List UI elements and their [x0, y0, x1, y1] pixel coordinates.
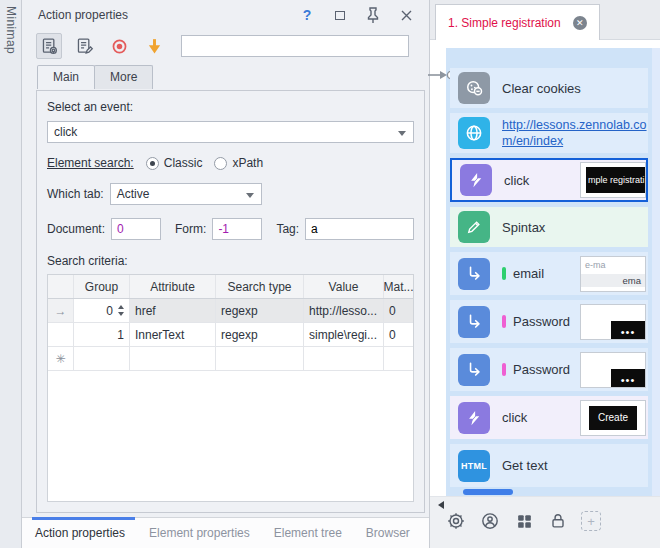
capture-icon[interactable]: + [581, 511, 601, 531]
document-label: Document: [47, 222, 105, 236]
radio-xpath-label[interactable]: xPath [232, 156, 263, 170]
which-tab-value: Active [117, 187, 150, 201]
header-group[interactable]: Group [74, 275, 130, 298]
action-block-get-text[interactable]: HTML Get text [450, 444, 648, 487]
which-tab-row: Which tab: Active [47, 183, 414, 205]
cell-search-type[interactable]: regexp [216, 299, 304, 322]
cell-attribute[interactable] [130, 347, 216, 370]
project-tab[interactable]: 1. Simple registration ✕ [435, 4, 600, 41]
bottom-tab-element-tree[interactable]: Element tree [274, 526, 342, 540]
vertical-scrollbar[interactable] [652, 48, 660, 496]
bottom-tab-bar: Action properties Element properties Ele… [22, 517, 429, 548]
cell-match[interactable]: 0 [384, 299, 413, 322]
tag-input[interactable] [305, 218, 414, 240]
cell-group[interactable]: 1 [74, 323, 130, 346]
table-row[interactable]: 1 InnerText regexp simple\regi... 0 [48, 323, 413, 347]
cell-match[interactable]: 0 [384, 323, 413, 346]
horizontal-scrollbar-thumb[interactable] [463, 489, 513, 495]
cell-value[interactable]: simple\regi... [304, 323, 384, 346]
document-form-tag-row: Document: Form: Tag: [47, 218, 414, 240]
action-block-clear-cookies[interactable]: Clear cookies [450, 68, 648, 108]
radio-xpath[interactable] [214, 157, 227, 170]
header-value[interactable]: Value [304, 275, 384, 298]
cell-attribute[interactable]: href [130, 299, 216, 322]
cell-group[interactable]: 0 [74, 299, 130, 322]
close-icon[interactable] [395, 5, 417, 25]
property-tabs: Main More [37, 65, 429, 89]
cell-value[interactable] [304, 347, 384, 370]
chevron-down-icon [398, 131, 406, 136]
form-input[interactable] [212, 218, 262, 240]
minimap-label: Minimap [4, 6, 18, 54]
html-icon: HTML [458, 450, 490, 482]
edit-template-tool-button[interactable] [71, 33, 97, 59]
action-block-goto-url[interactable]: http://lessons.zennolab.com/en/index [450, 113, 648, 153]
block-label: Password [513, 362, 570, 377]
cell-search-type[interactable]: regexp [216, 323, 304, 346]
cell-attribute[interactable]: InnerText [130, 323, 216, 346]
block-thumbnail: mple registrati [580, 162, 646, 198]
toolbar-search-input[interactable] [181, 35, 409, 57]
header-search-type[interactable]: Search type [216, 275, 304, 298]
block-label: Password [513, 314, 570, 329]
tab-more[interactable]: More [94, 65, 153, 89]
apps-icon[interactable] [513, 510, 535, 532]
form-label: Form: [175, 222, 206, 236]
action-block-spintax[interactable]: Spintax [450, 207, 648, 247]
minimap-panel: Minimap [0, 0, 22, 548]
search-criteria-table: Group Attribute Search type Value Mat...… [47, 274, 414, 502]
lightning-icon [460, 164, 492, 196]
group-spinner[interactable] [118, 305, 124, 316]
document-input[interactable] [111, 218, 161, 240]
bottom-tab-action-properties[interactable]: Action properties [35, 526, 125, 540]
flowchart-area: Clear cookies http://lessons.zennolab.co… [430, 40, 660, 496]
table-new-row[interactable]: ✳ [48, 347, 413, 371]
action-block-click-create[interactable]: click Create [450, 396, 648, 439]
maximize-icon[interactable] [329, 5, 351, 25]
event-select[interactable]: click [47, 121, 414, 143]
action-block-set-password[interactable]: Password ••• [450, 300, 648, 343]
cell-match[interactable] [384, 347, 413, 370]
radio-classic-label[interactable]: Classic [164, 156, 203, 170]
project-tab-close-icon[interactable]: ✕ [573, 16, 587, 30]
cell-value[interactable]: http://lesso... [304, 299, 384, 322]
cell-group[interactable] [74, 347, 130, 370]
set-value-icon [458, 258, 490, 290]
block-thumbnail: Create [580, 400, 646, 436]
block-url-link[interactable]: http://lessons.zennolab.com/en/index [502, 117, 648, 150]
action-block-click-selected[interactable]: click mple registrati [450, 158, 648, 202]
action-block-set-password[interactable]: Password ••• [450, 348, 648, 391]
profile-icon[interactable] [479, 510, 501, 532]
action-properties-tool-button[interactable] [36, 33, 62, 59]
status-marker [502, 267, 506, 280]
bottom-tab-browser[interactable]: Browser [366, 526, 410, 540]
settings-icon[interactable] [445, 510, 467, 532]
which-tab-select[interactable]: Active [110, 183, 262, 205]
block-label: click [502, 410, 527, 425]
bottom-tab-element-properties[interactable]: Element properties [149, 526, 250, 540]
event-label: Select an event: [47, 100, 414, 114]
action-blocks-list: Clear cookies http://lessons.zennolab.co… [450, 68, 648, 487]
tab-main[interactable]: Main [37, 65, 95, 89]
table-row[interactable]: → 0 href regexp http://lesso... 0 [48, 299, 413, 323]
insert-action-arrow-icon[interactable] [141, 33, 167, 59]
action-block-set-email[interactable]: email e-ma ema [450, 252, 648, 295]
cell-search-type[interactable] [216, 347, 304, 370]
record-icon[interactable] [106, 33, 132, 59]
status-marker [502, 363, 506, 376]
pin-icon[interactable] [362, 5, 384, 25]
radio-classic[interactable] [146, 157, 159, 170]
help-icon[interactable]: ? [296, 5, 318, 25]
element-search-label[interactable]: Element search: [47, 156, 134, 170]
block-thumbnail: ••• [580, 352, 646, 388]
project-status-icons: + [445, 510, 601, 532]
block-label: Clear cookies [502, 81, 581, 96]
window-title: Action properties [38, 8, 285, 22]
row-indicator-arrow: → [48, 299, 74, 322]
lock-icon[interactable] [547, 510, 569, 532]
header-match[interactable]: Mat... [384, 275, 413, 298]
event-select-value: click [54, 125, 77, 139]
header-attribute[interactable]: Attribute [130, 275, 216, 298]
scroll-left-icon[interactable] [438, 501, 444, 509]
main-tab-content: Select an event: click Element search: C… [36, 90, 425, 513]
